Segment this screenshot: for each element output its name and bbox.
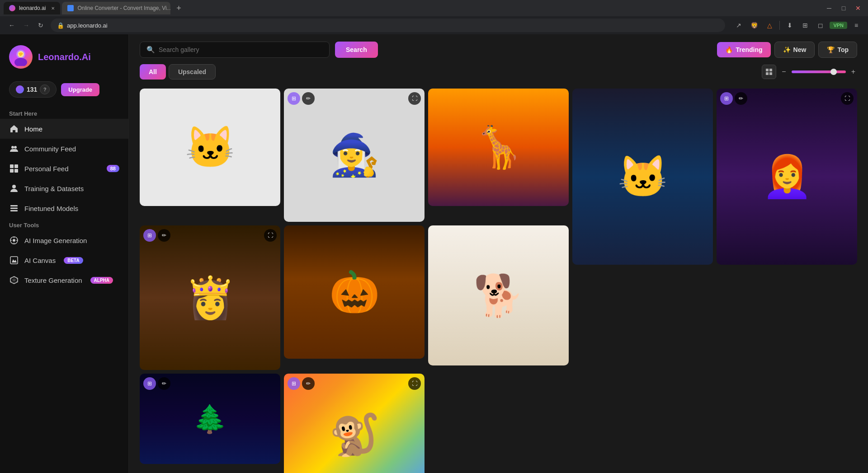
ai-image-label: AI Image Generation (24, 237, 87, 244)
svg-rect-5 (10, 164, 14, 168)
item-expand-btn-10[interactable]: ⛶ (408, 377, 421, 390)
item-grid-btn-5[interactable]: ⊞ (720, 92, 733, 105)
item-grid-btn-1[interactable]: ⊞ (143, 92, 156, 105)
tab-converter[interactable]: Online Converter - Convert Image, Vi... … (62, 2, 170, 14)
item-grid-btn-10[interactable]: ⊞ (288, 377, 300, 390)
sidebar-item-personal-feed[interactable]: Personal Feed 88 (0, 159, 128, 178)
new-label: New (793, 46, 807, 53)
personal-feed-count: 88 (107, 165, 119, 172)
brave-shield-icon[interactable]: 🦁 (748, 19, 760, 32)
tab-bar: leonardo.ai ✕ Online Converter - Convert… (0, 0, 868, 16)
filter-tabs: All Upscaled (140, 64, 216, 80)
gallery-item-3[interactable]: 🦒 (428, 89, 569, 206)
url-text: app.leonardo.ai (67, 22, 108, 29)
filter-all-tab[interactable]: All (140, 64, 166, 80)
user-tools-label: User Tools (0, 218, 128, 230)
item-edit-btn-6[interactable]: ✏ (158, 229, 170, 242)
menu-icon[interactable]: ≡ (850, 19, 863, 32)
tab-leonardo[interactable]: leonardo.ai ✕ (4, 2, 60, 14)
logo-avatar (9, 45, 33, 69)
gallery-item-5[interactable]: 👩‍🦰 ⊞ ✏ ⛶ (717, 89, 857, 265)
main-content: 🔍 Search 🔥 Trending ✨ New 🏆 Top (129, 34, 868, 473)
zoom-slider[interactable] (792, 70, 846, 73)
zoom-out-button[interactable]: − (780, 67, 788, 77)
new-button[interactable]: ✨ New (774, 42, 815, 58)
zoom-in-button[interactable]: + (849, 67, 857, 77)
back-button[interactable]: ← (5, 19, 18, 32)
gallery-header: 🔍 Search 🔥 Trending ✨ New 🏆 Top (129, 34, 868, 85)
filter-bar: All Upscaled − + (140, 64, 857, 80)
sidebar-item-community-feed[interactable]: Community Feed (0, 139, 128, 159)
minimize-button[interactable]: ─ (823, 2, 835, 14)
gallery-item-7[interactable]: 🎃 (284, 225, 425, 359)
leo-icon[interactable]: △ (763, 19, 776, 32)
sidebar-item-training[interactable]: Training & Datasets (0, 178, 128, 198)
sidebar-item-ai-canvas[interactable]: AI Canvas BETA (0, 250, 128, 270)
close-button[interactable]: ✕ (852, 2, 864, 14)
gallery-top-bar: 🔍 Search 🔥 Trending ✨ New 🏆 Top (140, 42, 857, 58)
url-bar[interactable]: 🔒 app.leonardo.ai (51, 19, 725, 32)
sidebar-item-finetuned[interactable]: Finetuned Models (0, 198, 128, 218)
gallery-item-6[interactable]: 👸 ⊞ ✏ ⛶ (140, 225, 280, 370)
tab-label-2: Online Converter - Convert Image, Vi... (77, 5, 170, 11)
maximize-button[interactable]: □ (837, 2, 850, 14)
home-label: Home (24, 125, 42, 133)
forward-button[interactable]: → (20, 19, 33, 32)
search-input[interactable] (159, 46, 323, 53)
gallery-item-2[interactable]: 🧙‍♀️ ⊞ ✏ ⛶ (284, 89, 425, 222)
item-edit-btn-10[interactable]: ✏ (302, 377, 315, 390)
finetuned-label: Finetuned Models (24, 205, 78, 212)
top-button[interactable]: 🏆 Top (818, 42, 857, 58)
svg-rect-20 (766, 69, 769, 71)
item-grid-btn-9[interactable]: ⊞ (143, 377, 156, 390)
gallery-item-9[interactable]: 🌲 ⊞ ✏ (140, 374, 280, 464)
gallery-item-1[interactable]: 🐱 ⊞ ✏ ⛶ (140, 89, 280, 206)
item-edit-btn-2[interactable]: ✏ (302, 92, 315, 105)
personal-feed-icon (9, 164, 19, 173)
ai-canvas-label: AI Canvas (24, 257, 56, 264)
new-tab-button[interactable]: + (172, 2, 185, 14)
sidebar-item-home[interactable]: Home (0, 119, 128, 139)
svg-rect-21 (769, 69, 772, 71)
svg-rect-22 (766, 72, 769, 75)
texture-label: Texture Generation (24, 276, 82, 284)
gallery-item-4[interactable]: 🐱 (572, 89, 713, 265)
sidebar-item-texture[interactable]: Texture Generation ALPHA (0, 270, 128, 290)
item-grid-btn-2[interactable]: ⊞ (288, 92, 300, 105)
new-icon: ✨ (783, 46, 791, 53)
download-icon[interactable]: ⬇ (783, 19, 796, 32)
item-expand-btn-5[interactable]: ⛶ (841, 92, 854, 105)
svg-rect-10 (10, 205, 18, 206)
tab-close-1[interactable]: ✕ (51, 6, 55, 11)
svg-rect-6 (14, 164, 18, 168)
item-edit-btn-5[interactable]: ✏ (735, 92, 747, 105)
trending-button[interactable]: 🔥 Trending (717, 42, 770, 57)
info-button[interactable]: ? (40, 84, 50, 94)
refresh-button[interactable]: ↻ (34, 19, 47, 32)
svg-rect-19 (10, 257, 18, 264)
search-button[interactable]: Search (335, 42, 378, 58)
grid-view-button[interactable] (762, 65, 776, 79)
trending-label: Trending (736, 46, 762, 53)
item-edit-btn-9[interactable]: ✏ (158, 377, 170, 390)
gallery-item-8[interactable]: 🐕 (428, 225, 569, 365)
gallery-item-10[interactable]: 🐒 ⊞ ✏ ⛶ (284, 374, 425, 473)
wallet-icon[interactable]: ◻ (814, 19, 827, 32)
item-edit-btn-1[interactable]: ✏ (158, 92, 170, 105)
filter-upscaled-tab[interactable]: Upscaled (169, 64, 216, 80)
svg-rect-23 (769, 72, 772, 75)
share-icon[interactable]: ↗ (732, 19, 745, 32)
token-number: 131 (27, 86, 37, 93)
sidebar-item-ai-image[interactable]: AI Image Generation (0, 230, 128, 250)
finetuned-icon (9, 203, 19, 213)
item-expand-btn-1[interactable]: ⛶ (264, 92, 277, 105)
sidebar-toggle-icon[interactable]: ⊞ (799, 19, 811, 32)
upgrade-button[interactable]: Upgrade (61, 83, 99, 96)
item-expand-btn-2[interactable]: ⛶ (408, 92, 421, 105)
svg-rect-8 (14, 169, 18, 173)
item-grid-btn-6[interactable]: ⊞ (143, 229, 156, 242)
logo-text: Leonardo.Ai (38, 52, 91, 62)
vpn-badge[interactable]: VPN (830, 22, 847, 29)
token-count: 131 ? (9, 81, 57, 98)
item-expand-btn-6[interactable]: ⛶ (264, 229, 277, 242)
